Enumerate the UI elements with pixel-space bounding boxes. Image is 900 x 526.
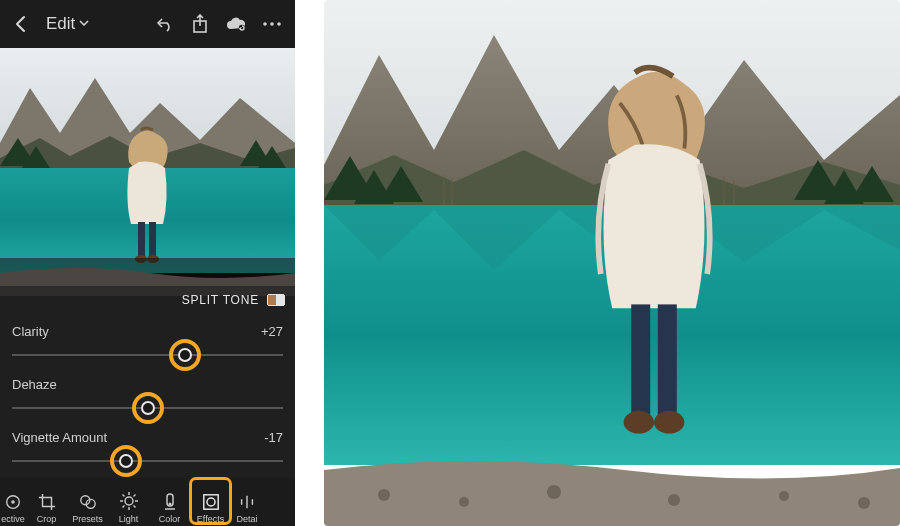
svg-point-29	[206, 498, 214, 506]
slider-value: +27	[261, 324, 283, 339]
result-scene	[324, 0, 900, 526]
detail-icon	[238, 493, 256, 511]
vignette-slider[interactable]	[12, 451, 283, 471]
svg-point-13	[11, 500, 15, 504]
svg-point-37	[459, 497, 469, 507]
slider-clarity: Clarity +27	[12, 320, 283, 365]
result-image	[324, 0, 900, 526]
more-icon[interactable]	[261, 13, 283, 35]
split-tone-label: SPLIT TONE	[182, 293, 259, 307]
edit-label: Edit	[46, 14, 75, 34]
crop-icon	[38, 493, 56, 511]
tool-label: Detai	[236, 514, 257, 524]
svg-point-45	[654, 411, 684, 434]
tool-light[interactable]: Light	[108, 478, 149, 524]
split-tone-icon	[267, 294, 285, 306]
slider-label: Vignette Amount	[12, 430, 107, 445]
svg-point-26	[168, 503, 171, 506]
tool-label: Presets	[72, 514, 103, 524]
tool-selective[interactable]: ective	[0, 478, 26, 524]
tool-detail[interactable]: Detai	[231, 478, 263, 524]
svg-point-40	[779, 491, 789, 501]
svg-point-38	[547, 485, 561, 499]
effects-icon	[202, 493, 220, 511]
slider-label: Clarity	[12, 324, 49, 339]
svg-rect-8	[149, 222, 156, 256]
color-icon	[161, 491, 179, 511]
svg-line-23	[133, 495, 135, 497]
dehaze-slider[interactable]	[12, 398, 283, 418]
image-preview[interactable]	[0, 48, 295, 296]
svg-point-2	[263, 22, 267, 26]
svg-rect-42	[631, 304, 650, 414]
tool-label: Light	[119, 514, 139, 524]
slider-dehaze: Dehaze	[12, 373, 283, 418]
svg-point-36	[378, 489, 390, 501]
svg-rect-28	[203, 495, 217, 509]
clarity-slider[interactable]	[12, 345, 283, 365]
svg-rect-43	[658, 304, 677, 414]
svg-point-41	[858, 497, 870, 509]
undo-icon[interactable]	[153, 13, 175, 35]
tool-label: ective	[1, 514, 25, 524]
split-tone-button[interactable]: SPLIT TONE	[0, 286, 295, 314]
selective-icon	[4, 493, 22, 511]
presets-icon	[79, 493, 97, 511]
tool-label: Color	[159, 514, 181, 524]
svg-point-3	[270, 22, 274, 26]
cloud-sync-icon[interactable]	[225, 13, 247, 35]
slider-vignette: Vignette Amount -17	[12, 426, 283, 471]
tool-effects[interactable]: Effects	[190, 478, 231, 524]
slider-label: Dehaze	[12, 377, 57, 392]
preview-scene	[0, 48, 295, 296]
tool-label: Crop	[37, 514, 57, 524]
tool-presets[interactable]: Presets	[67, 478, 108, 524]
svg-point-4	[277, 22, 281, 26]
svg-line-22	[133, 506, 135, 508]
back-icon[interactable]	[10, 13, 32, 35]
tool-label: Effects	[197, 514, 224, 524]
svg-line-24	[122, 506, 124, 508]
svg-point-16	[125, 497, 133, 505]
bottom-toolbar: ective Crop Presets Light Color Effects …	[0, 478, 295, 526]
svg-line-21	[122, 495, 124, 497]
tool-color[interactable]: Color	[149, 478, 190, 524]
phone-panel: Edit	[0, 0, 295, 526]
svg-rect-7	[138, 222, 145, 256]
edit-menu[interactable]: Edit	[46, 14, 89, 34]
effects-sliders: Clarity +27 Dehaze Vignette Amount	[0, 320, 295, 478]
svg-point-44	[624, 411, 654, 434]
topbar: Edit	[0, 0, 295, 48]
chevron-down-icon	[79, 20, 89, 28]
share-icon[interactable]	[189, 13, 211, 35]
light-icon	[119, 491, 139, 511]
tool-crop[interactable]: Crop	[26, 478, 67, 524]
slider-value: -17	[264, 430, 283, 445]
svg-point-39	[668, 494, 680, 506]
